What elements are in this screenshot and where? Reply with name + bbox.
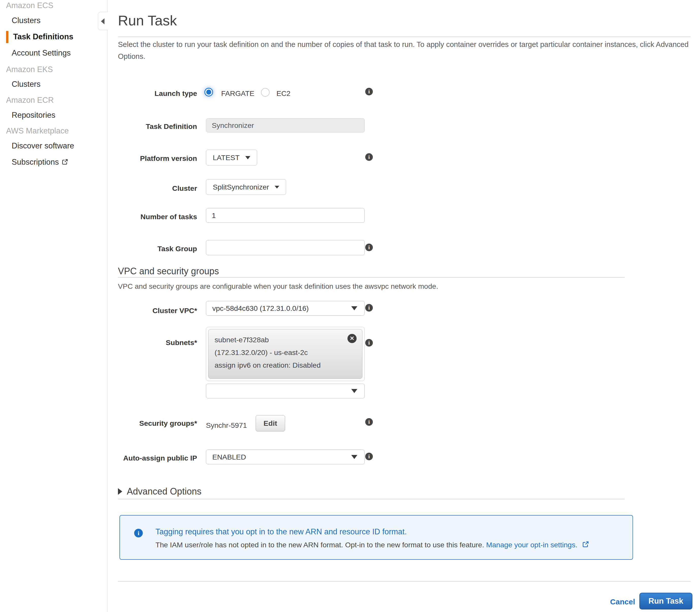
chevron-down-icon	[351, 306, 357, 310]
auto-assign-ip-label: Auto-assign public IP	[121, 452, 197, 464]
sidebar-collapse-button[interactable]	[98, 12, 108, 30]
info-icon[interactable]: i	[365, 88, 373, 95]
security-groups-label: Security groups*	[112, 419, 197, 428]
vpc-section-description: VPC and security groups are configurable…	[118, 282, 438, 291]
subnet-id: subnet-e7f328ab	[215, 333, 356, 346]
external-link-icon	[582, 540, 589, 548]
advanced-options-divider	[118, 499, 625, 499]
chevron-right-icon	[118, 488, 122, 495]
radio-fargate-label[interactable]: FARGATE	[221, 89, 254, 98]
launch-type-label: Launch type	[112, 89, 197, 98]
cluster-dropdown[interactable]: SplitSynchronizer	[206, 179, 286, 195]
sidebar-item-discover-software[interactable]: Discover software	[12, 141, 74, 151]
active-item-accent-bar	[6, 31, 9, 43]
vpc-section-divider	[118, 277, 625, 278]
task-group-input[interactable]	[206, 240, 365, 255]
alert-title: Tagging requires that you opt in to the …	[156, 527, 407, 537]
subnets-label: Subnets*	[112, 338, 197, 347]
collapse-left-icon	[101, 18, 104, 24]
info-icon[interactable]: i	[365, 418, 373, 426]
run-task-button[interactable]: Run Task	[639, 593, 692, 610]
vpc-section-title: VPC and security groups	[118, 266, 219, 277]
info-icon: i	[134, 529, 143, 538]
cluster-vpc-select[interactable]: vpc-58d4c630 (172.31.0.0/16)	[206, 301, 365, 316]
chevron-down-icon	[351, 455, 357, 459]
selected-subnet-chip: subnet-e7f328ab (172.31.32.0/20) - us-ea…	[208, 329, 362, 379]
sidebar-header-amazon-ecr: Amazon ECR	[6, 96, 54, 105]
sidebar-item-account-settings[interactable]: Account Settings	[12, 48, 71, 58]
arn-optin-alert: i Tagging requires that you opt in to th…	[119, 515, 633, 560]
info-icon[interactable]: i	[365, 453, 373, 460]
info-icon[interactable]: i	[365, 339, 373, 347]
header-divider	[118, 37, 691, 37]
sidebar-header-amazon-ecs: Amazon ECS	[6, 1, 53, 10]
task-group-label: Task Group	[112, 244, 197, 253]
platform-version-dropdown[interactable]: LATEST	[206, 150, 257, 165]
radio-ec2[interactable]	[261, 88, 270, 97]
chevron-down-icon	[245, 156, 250, 159]
external-link-icon	[61, 158, 69, 165]
number-of-tasks-input[interactable]	[206, 208, 365, 223]
sidebar-header-aws-marketplace: AWS Marketplace	[6, 126, 69, 136]
subnet-ipv6: assign ipv6 on creation: Disabled	[215, 359, 356, 372]
sidebar-item-subscriptions[interactable]: Subscriptions	[12, 157, 69, 167]
security-group-value: Synchr-5971	[206, 421, 247, 430]
radio-ec2-label[interactable]: EC2	[276, 89, 290, 98]
add-subnet-select[interactable]	[206, 384, 365, 398]
subnets-multiselect: subnet-e7f328ab (172.31.32.0/20) - us-ea…	[206, 327, 365, 381]
sidebar-item-eks-clusters[interactable]: Clusters	[12, 80, 41, 89]
chevron-down-icon	[275, 186, 279, 189]
subnet-cidr-az: (172.31.32.0/20) - us-east-2c	[215, 346, 356, 359]
cancel-button[interactable]: Cancel	[610, 598, 635, 606]
number-of-tasks-label: Number of tasks	[112, 212, 197, 221]
cluster-vpc-label: Cluster VPC*	[112, 306, 197, 315]
info-icon[interactable]: i	[365, 244, 373, 251]
auto-assign-ip-select[interactable]: ENABLED	[206, 450, 365, 464]
edit-security-groups-button[interactable]: Edit	[256, 415, 285, 431]
alert-body: The IAM user/role has not opted in to th…	[156, 540, 589, 549]
sidebar-header-amazon-eks: Amazon EKS	[6, 65, 53, 74]
task-definition-label: Task Definition	[112, 122, 197, 131]
info-icon[interactable]: i	[365, 304, 373, 311]
sidebar: Amazon ECS Clusters Task Definitions Acc…	[0, 0, 108, 612]
page-description: Select the cluster to run your task defi…	[118, 39, 694, 62]
info-icon[interactable]: i	[365, 153, 373, 161]
chevron-down-icon	[351, 389, 357, 393]
cluster-label: Cluster	[112, 184, 197, 193]
page-title: Run Task	[118, 12, 177, 29]
sidebar-item-ecs-clusters[interactable]: Clusters	[12, 16, 41, 25]
radio-fargate[interactable]	[204, 88, 213, 96]
platform-version-label: Platform version	[112, 154, 197, 163]
manage-optin-settings-link[interactable]: Manage your opt-in settings.	[486, 541, 577, 549]
footer-divider	[118, 581, 691, 582]
sidebar-item-repositories[interactable]: Repositories	[12, 111, 55, 120]
advanced-options-toggle[interactable]: Advanced Options	[118, 486, 201, 497]
task-definition-input	[206, 118, 365, 133]
sidebar-item-task-definitions[interactable]: Task Definitions	[13, 32, 73, 41]
remove-subnet-icon[interactable]: ✕	[347, 334, 357, 343]
